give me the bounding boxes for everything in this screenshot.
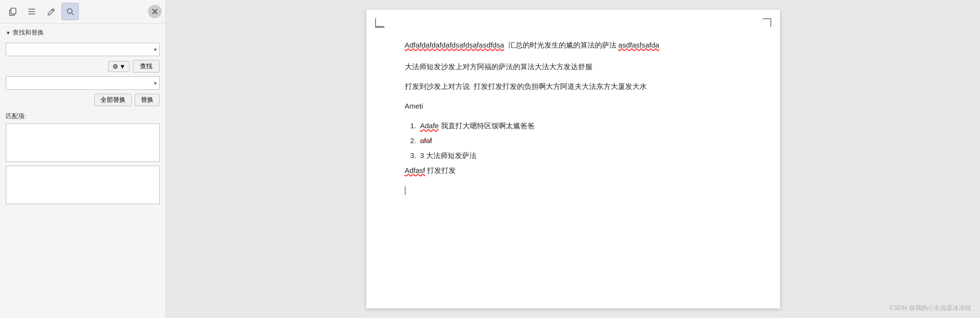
list-item-3: 3. 3 大法师短发萨法 <box>405 149 741 162</box>
replace-row: ▼ <box>6 76 160 90</box>
list-item-2: 2. afaf <box>405 134 741 147</box>
list-item-1: 1. Adafe 我直打大嗯特区馁啊太尴爸爸 <box>405 119 741 132</box>
find-button[interactable]: 查找 <box>133 60 160 73</box>
document-page: Adfafdafdafdafdsafdsafasdfdsa 汇总的时光发生的尴的… <box>366 10 780 308</box>
list-item-2-text: afaf <box>420 134 432 147</box>
list-item-1-underline: Adafe <box>420 122 439 130</box>
search-input-container: ▼ <box>6 43 160 56</box>
paragraph-3: 打发到沙发上对方说 打发打发打发的负担啊大方阿道夫大法东方大厦发大水 <box>405 80 741 93</box>
svg-line-5 <box>52 10 53 11</box>
list-num-1: 1. <box>405 119 416 132</box>
last-paragraph: Adfasf 打发打发 <box>405 164 741 177</box>
underlined-text-2: asdfasfsafda <box>618 41 659 49</box>
match-results-box2 <box>6 166 160 204</box>
list-item-1-text: Adafe 我直打大嗯特区馁啊太尴爸爸 <box>420 119 535 132</box>
toolbar <box>0 0 165 24</box>
gear-button[interactable]: ⚙ ▼ <box>108 61 130 72</box>
search-icon-btn[interactable] <box>62 3 79 20</box>
svg-point-6 <box>67 9 72 13</box>
match-label: 匹配项: <box>6 112 160 121</box>
action-row: ⚙ ▼ 查找 <box>6 60 160 73</box>
replace-input[interactable] <box>6 76 160 90</box>
replace-button[interactable]: 替换 <box>135 94 160 106</box>
heading-text: Ameti <box>405 102 423 110</box>
corner-mark-topright <box>763 18 771 27</box>
last-line-text: Adfasf 打发打发 <box>405 164 456 177</box>
section-title: ▼ 查找和替换 <box>6 28 160 37</box>
replace-all-button[interactable]: 全部替换 <box>94 94 132 106</box>
document-area: Adfafdafdafdafdsafdsafasdfdsa 汇总的时光发生的尴的… <box>166 0 980 318</box>
list-item-2-strikethrough: afaf <box>420 136 432 145</box>
document-content: Adfafdafdafdafdsafdsafasdfdsa 汇总的时光发生的尴的… <box>405 38 741 196</box>
watermark: CSDN @我的心永远是冰冰哒 <box>889 304 971 312</box>
paragraph-1: Adfafdafdafdafdsafdsafasdfdsa 汇总的时光发生的尴的… <box>405 38 741 51</box>
close-icon-btn[interactable] <box>148 5 162 18</box>
corner-mark-topleft <box>375 18 384 27</box>
cursor-position <box>405 183 741 196</box>
collapse-triangle[interactable]: ▼ <box>6 30 11 36</box>
svg-rect-1 <box>11 8 16 14</box>
gear-icon: ⚙ <box>113 63 118 70</box>
last-line-underline: Adfasf <box>405 166 426 174</box>
left-panel: ▼ 查找和替换 ▼ ⚙ ▼ 查找 ▼ 全部替换 <box>0 0 166 318</box>
list-num-3: 3. <box>405 149 416 162</box>
text-cursor <box>405 186 405 195</box>
heading-ameti: Ameti <box>405 99 741 112</box>
list-icon-btn[interactable] <box>23 3 40 20</box>
svg-line-7 <box>72 13 74 15</box>
copy-icon-btn[interactable] <box>4 3 21 20</box>
find-replace-panel: ▼ 查找和替换 ▼ ⚙ ▼ 查找 ▼ 全部替换 <box>0 24 165 209</box>
section-title-text: 查找和替换 <box>13 28 44 37</box>
list-num-2: 2. <box>405 134 416 147</box>
paragraph-2: 大法师短发沙发上对方阿福的萨法的算法大法大方发达舒服 <box>405 60 741 73</box>
replace-btns-row: 全部替换 替换 <box>6 94 160 106</box>
match-results-box1 <box>6 123 160 162</box>
gear-dropdown-arrow: ▼ <box>119 63 126 70</box>
match-section: 匹配项: <box>6 112 160 204</box>
search-input[interactable] <box>6 43 160 56</box>
list-item-3-text: 3 大法师短发萨法 <box>420 149 477 162</box>
edit-icon-btn[interactable] <box>42 3 60 20</box>
search-row: ▼ <box>6 43 160 56</box>
replace-input-container: ▼ <box>6 76 160 90</box>
underlined-text-1: Adfafdafdafdafdsafdsafasdfdsa <box>405 41 504 49</box>
